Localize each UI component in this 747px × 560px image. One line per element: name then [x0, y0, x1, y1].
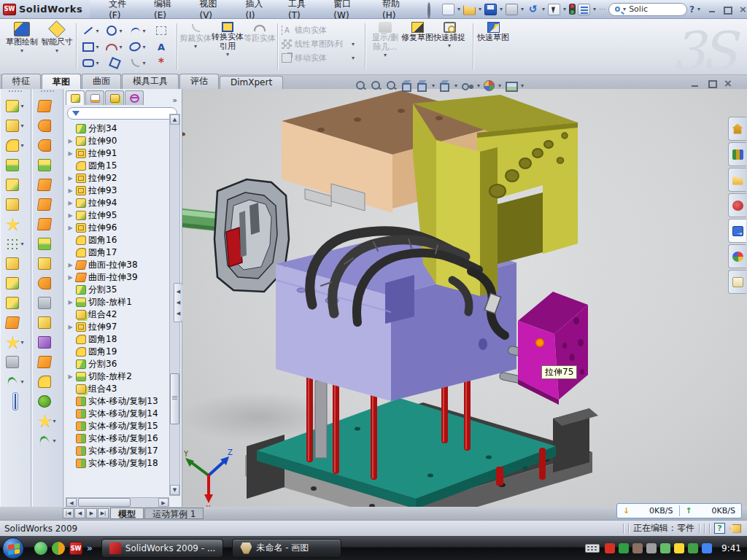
feature-tool-button[interactable]: ▾: [32, 254, 63, 273]
feature-tool-button[interactable]: ▾: [0, 332, 31, 352]
display-style-icon[interactable]: [438, 79, 451, 91]
spline-tool[interactable]: ▾: [127, 25, 149, 36]
tree-horizontal-scrollbar[interactable]: ◀ ▶: [66, 497, 169, 508]
support-post[interactable]: [315, 381, 327, 458]
scrollbar-thumb[interactable]: [170, 373, 179, 424]
tree-item[interactable]: ▶ 实体-移动/复制15: [67, 420, 169, 432]
scrollbar-thumb[interactable]: [78, 498, 131, 507]
view-palette-tab[interactable]: [728, 219, 746, 243]
solidworks-shortcut-icon[interactable]: SW: [69, 542, 82, 555]
first-tab-icon[interactable]: |◀: [63, 508, 74, 518]
rebuild-traffic-light-icon[interactable]: [569, 4, 576, 15]
tree-item[interactable]: ▶ 实体-移动/复制17: [67, 445, 169, 457]
tree-item[interactable]: ▶ 拉伸97: [67, 321, 169, 333]
red-peg[interactable]: [496, 467, 503, 486]
tray-network-icon[interactable]: [660, 543, 670, 553]
expand-arrow-icon[interactable]: ▶: [67, 299, 74, 306]
feature-tool-button[interactable]: ▾: [0, 195, 31, 214]
tree-item[interactable]: ▶ 拉伸96: [67, 222, 169, 234]
appearances-tab[interactable]: [728, 244, 746, 268]
help-icon[interactable]: ?: [689, 4, 694, 15]
model-canvas[interactable]: Y Z X: [182, 89, 747, 509]
prev-tab-icon[interactable]: ◀: [74, 508, 85, 518]
quick-launch-icon[interactable]: [52, 542, 65, 555]
zoom-to-fit-icon[interactable]: [355, 79, 367, 91]
slot-tool[interactable]: ▾: [80, 57, 102, 69]
next-tab-icon[interactable]: ▶: [86, 508, 97, 518]
tree-item[interactable]: ▶ 圆角16: [67, 234, 169, 246]
feature-tool-button[interactable]: ▾: [32, 96, 63, 116]
panel-chevron-icon[interactable]: »: [172, 96, 177, 105]
feature-tool-button[interactable]: ▾: [0, 293, 31, 313]
feature-tool-button[interactable]: ▾: [0, 136, 31, 155]
line-tool[interactable]: ▾: [80, 25, 102, 36]
resources-tab[interactable]: [728, 117, 746, 141]
rapid-sketch-button[interactable]: 快速草图: [477, 19, 509, 42]
feature-tool-button[interactable]: ▾: [32, 234, 63, 254]
tray-antivirus-icon[interactable]: [688, 543, 698, 553]
repair-sketch-button[interactable]: 修复草图: [401, 19, 433, 42]
feature-tool-button[interactable]: ▾: [0, 234, 31, 254]
zoom-to-area-icon[interactable]: [370, 79, 382, 91]
expand-arrow-icon[interactable]: ▶: [67, 373, 74, 380]
smart-dimension-button[interactable]: 智能尺寸▾: [39, 19, 74, 54]
tree-item[interactable]: ▶ 分割36: [67, 358, 169, 370]
tree-item[interactable]: ▶ 圆角19: [67, 346, 169, 358]
tree-item[interactable]: ▶ 切除-放样2: [67, 370, 169, 383]
scroll-left-icon[interactable]: ◀: [66, 498, 77, 507]
feature-manager-tab[interactable]: [66, 90, 85, 105]
command-tab[interactable]: DimXpert: [220, 76, 283, 89]
feature-tool-button[interactable]: ▾: [32, 332, 63, 352]
feature-tool-button[interactable]: ▾: [0, 273, 31, 293]
sketch-fillet-tool[interactable]: ▾: [127, 57, 149, 69]
doc-restore-icon[interactable]: [707, 79, 716, 88]
apply-scene-icon[interactable]: [505, 79, 517, 91]
options-icon[interactable]: [578, 4, 590, 15]
command-tab[interactable]: 模具工具: [122, 74, 179, 89]
feature-tool-button[interactable]: ▾: [32, 392, 63, 411]
expand-arrow-icon[interactable]: ▶: [67, 212, 74, 219]
feature-tool-button[interactable]: ▾: [0, 313, 31, 332]
expand-arrow-icon[interactable]: ▶: [67, 138, 74, 144]
start-button[interactable]: [2, 537, 24, 559]
tree-item[interactable]: ▶ 曲面-拉伸38: [67, 259, 169, 271]
feature-tool-button[interactable]: ▾: [32, 352, 63, 372]
tree-item[interactable]: ▶ 拉伸95: [67, 209, 169, 222]
dimxpert-manager-tab[interactable]: [125, 90, 144, 105]
tree-item[interactable]: ▶ 实体-移动/复制13: [67, 395, 169, 408]
new-file-icon[interactable]: [442, 4, 454, 15]
tree-item[interactable]: ▶ 曲面-拉伸39: [67, 271, 169, 284]
tag-icon[interactable]: [729, 524, 741, 533]
status-help-icon[interactable]: ?: [714, 523, 725, 534]
open-file-icon[interactable]: [463, 4, 476, 15]
arc-tool[interactable]: ▾: [104, 41, 125, 52]
feature-tool-button[interactable]: ▾: [32, 372, 63, 392]
expand-arrow-icon[interactable]: ▶: [67, 324, 74, 330]
toolbar-overflow-icon[interactable]: ⋯: [599, 5, 606, 13]
feature-tool-button[interactable]: ▾: [32, 195, 63, 214]
doc-close-icon[interactable]: ×: [724, 79, 733, 88]
feature-tool-button[interactable]: ▾: [0, 352, 31, 372]
lasso-select-tool[interactable]: [150, 25, 172, 36]
tree-item[interactable]: ▶ 实体-移动/复制14: [67, 408, 169, 420]
tray-sync-icon[interactable]: [702, 543, 712, 553]
property-manager-tab[interactable]: [85, 90, 104, 105]
previous-view-icon[interactable]: [385, 79, 398, 91]
tree-filter-box[interactable]: [67, 107, 177, 120]
quick-launch-overflow-icon[interactable]: »: [87, 543, 93, 553]
tree-item[interactable]: ▶ 组合43: [67, 383, 169, 395]
quick-snaps-button[interactable]: 快速捕捉▾: [433, 19, 465, 49]
expand-arrow-icon[interactable]: ▶: [67, 175, 74, 182]
expand-arrow-icon[interactable]: ▶: [67, 150, 74, 157]
tree-item[interactable]: ▶ 拉伸91: [67, 147, 169, 160]
scroll-right-icon[interactable]: ▶: [158, 498, 169, 507]
last-tab-icon[interactable]: ▶|: [98, 508, 109, 518]
expand-arrow-icon[interactable]: ▶: [67, 274, 74, 281]
tray-volume-icon[interactable]: [646, 543, 657, 553]
view-orientation-icon[interactable]: [416, 79, 428, 91]
file-explorer-tab[interactable]: [728, 168, 746, 192]
tree-item[interactable]: ▶ 实体-移动/复制16: [67, 432, 169, 445]
feature-tool-button[interactable]: ▾: [0, 214, 31, 234]
tree-item[interactable]: ▶ 组合42: [67, 308, 169, 321]
command-tab[interactable]: 特征: [1, 74, 41, 89]
